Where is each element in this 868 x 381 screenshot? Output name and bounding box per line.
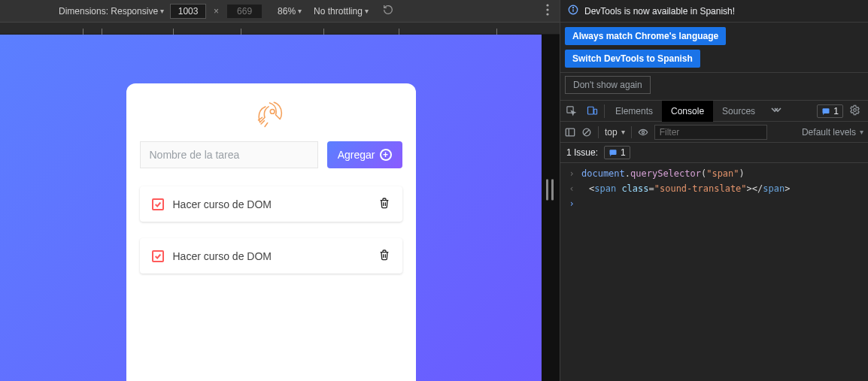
viewport-area: Agregar + Hacer curso de DOM [0,35,560,381]
issues-badge-count: 1 [833,106,839,116]
throttling-dropdown[interactable]: No throttling [314,6,369,17]
toggle-device-toolbar-icon[interactable] [581,101,602,122]
add-button-label: Agregar [338,149,375,161]
log-levels-dropdown[interactable]: Default levels [802,127,863,138]
add-task-row: Agregar + [140,141,402,168]
sidebar-toggle-icon[interactable] [565,127,575,138]
svg-rect-9 [593,109,596,114]
svg-point-0 [546,4,548,6]
tab-elements[interactable]: Elements [606,101,662,122]
width-input[interactable] [170,4,206,19]
console-body[interactable]: › document.querySelector("span") ‹ <span… [560,163,868,381]
dont-show-again-button[interactable]: Don't show again [565,76,651,94]
task-row: Hacer curso de DOM [140,186,402,222]
page-background: Agregar + Hacer curso de DOM [0,35,542,381]
svg-rect-12 [566,129,574,136]
device-toolbar: Dimensions: Responsive × 86% No throttli… [0,0,560,23]
output-chevron-icon: ‹ [568,183,575,194]
inspect-element-icon[interactable] [560,101,581,122]
issues-line: 1 Issue: 1 [560,143,868,163]
kebab-menu-icon[interactable] [543,1,552,21]
svg-point-16 [642,131,644,133]
tab-console[interactable]: Console [662,101,713,122]
info-icon [568,5,578,17]
plus-circle-icon: + [380,149,392,161]
input-chevron-icon: › [568,168,575,179]
throttling-value: No throttling [314,6,363,17]
task-name-input[interactable] [140,141,318,168]
console-input-code: document.querySelector("span") [581,168,745,179]
issues-badge[interactable]: 1 [817,104,843,118]
console-output-line: ‹ <span class="sound-translate"></span> [560,181,868,196]
console-prompt-line[interactable]: › [560,196,868,211]
svg-rect-8 [587,107,593,114]
task-checkbox[interactable] [152,198,164,210]
trash-icon[interactable] [378,197,390,211]
task-row: Hacer curso de DOM [140,238,402,274]
match-chrome-language-button[interactable]: Always match Chrome's language [565,27,726,45]
zoom-dropdown[interactable]: 86% [278,6,302,17]
dimensions-dropdown[interactable]: Dimensions: Responsive [59,6,164,17]
svg-point-1 [546,8,548,11]
svg-point-2 [546,13,548,15]
dont-show-bar: Don't show again [560,73,868,101]
log-levels-label: Default levels [802,127,856,138]
svg-point-3 [270,110,275,114]
devtools-tabs: Elements Console Sources 1 [560,101,868,122]
dimensions-label: Dimensions: Responsive [59,6,158,17]
console-filter-input[interactable] [654,125,767,140]
svg-point-11 [854,108,857,111]
svg-rect-17 [610,150,617,155]
switch-to-spanish-button[interactable]: Switch DevTools to Spanish [565,50,700,68]
console-toolbar: top Default levels [560,122,868,143]
language-bar: Always match Chrome's language Switch De… [560,23,868,73]
info-text: DevTools is now available in Spanish! [584,6,735,17]
task-checkbox[interactable] [152,250,164,262]
todo-card: Agregar + Hacer curso de DOM [126,83,416,381]
add-task-button[interactable]: Agregar + [327,141,402,168]
console-output-code[interactable]: <span class="sound-translate"></span> [581,183,790,194]
issues-line-label: 1 Issue: [566,147,598,158]
rotate-icon[interactable] [382,4,394,18]
issues-chip[interactable]: 1 [604,146,630,159]
issues-chip-count: 1 [621,147,626,158]
tab-sources[interactable]: Sources [713,101,764,122]
clear-console-icon[interactable] [581,127,592,138]
execution-context-select[interactable]: top [605,127,625,138]
rocket-icon [140,97,402,134]
ruler [0,23,560,35]
prompt-chevron-icon: › [568,198,575,209]
svg-line-15 [584,129,590,135]
console-input-line: › document.querySelector("span") [560,166,868,181]
dimension-separator: × [212,6,220,17]
split-handle[interactable] [545,177,555,204]
zoom-value: 86% [278,6,296,17]
svg-rect-10 [823,108,830,113]
live-expression-icon[interactable] [638,127,648,138]
info-bar: DevTools is now available in Spanish! [560,0,868,23]
task-text: Hacer curso de DOM [173,250,369,262]
trash-icon[interactable] [378,249,390,263]
height-input[interactable] [226,4,263,19]
tabs-overflow-icon[interactable] [764,106,788,116]
task-text: Hacer curso de DOM [173,198,369,210]
execution-context-label: top [605,127,618,138]
svg-point-6 [572,8,573,8]
devtools-pane: DevTools is now available in Spanish! Al… [560,0,868,381]
viewport-pane: Dimensions: Responsive × 86% No throttli… [0,0,560,381]
gear-icon[interactable] [846,101,863,121]
